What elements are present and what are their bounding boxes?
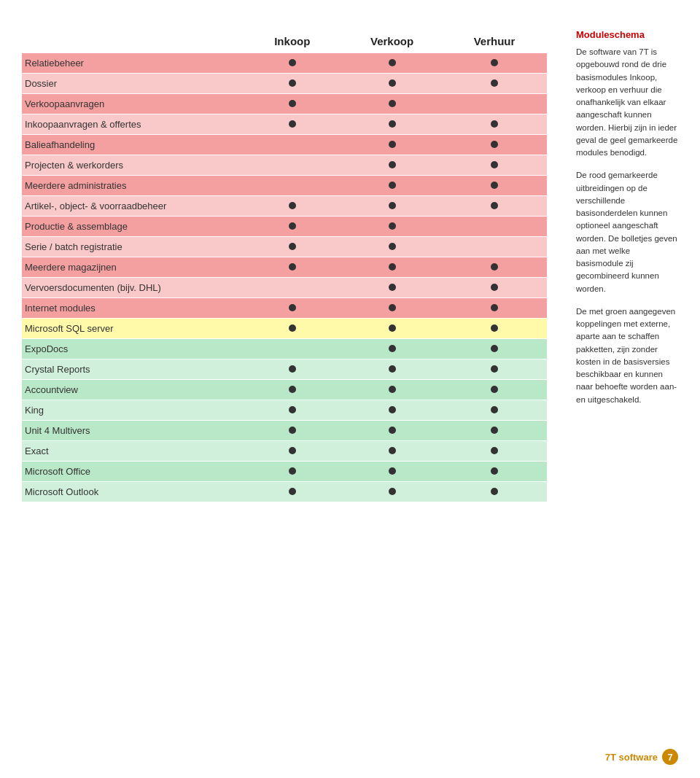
row-label: Meerdere administraties xyxy=(22,176,242,196)
dot-icon xyxy=(389,386,396,393)
table-row: Dossier xyxy=(22,74,547,94)
dot-icon xyxy=(389,120,396,128)
row-verkoop-cell xyxy=(342,339,442,359)
row-inkoop-cell xyxy=(242,319,342,339)
row-label: Dossier xyxy=(22,74,242,94)
row-verhuur-cell xyxy=(442,74,547,94)
table-row: Microsoft Office xyxy=(22,462,547,482)
table-row: Verkoopaanvragen xyxy=(22,94,547,114)
row-verhuur-cell xyxy=(442,278,547,298)
sidebar-title: Moduleschema xyxy=(576,29,678,40)
row-verhuur-cell xyxy=(442,400,547,421)
table-row: Balieafhandeling xyxy=(22,135,547,155)
dot-icon xyxy=(491,120,498,128)
row-label: Accountview xyxy=(22,380,242,400)
row-label: ExpoDocs xyxy=(22,339,242,359)
dot-icon xyxy=(491,365,498,373)
dot-icon xyxy=(491,467,498,475)
row-label: Serie / batch registratie xyxy=(22,237,242,257)
sidebar: Moduleschema De software van 7T is opgeb… xyxy=(569,29,678,502)
row-label: Exact xyxy=(22,441,242,462)
row-inkoop-cell xyxy=(242,74,342,94)
dot-icon xyxy=(389,182,396,189)
row-verkoop-cell xyxy=(342,482,442,502)
page: Inkoop Verkoop Verhuur RelatiebeheerDoss… xyxy=(0,0,700,532)
table-row: Internet modules xyxy=(22,298,547,319)
row-verkoop-cell xyxy=(342,421,442,441)
table-section: Inkoop Verkoop Verhuur RelatiebeheerDoss… xyxy=(22,29,547,502)
row-label: Microsoft Office xyxy=(22,462,242,482)
row-verkoop-cell xyxy=(342,278,442,298)
table-row: Relatiebeheer xyxy=(22,53,547,74)
table-row: Meerdere administraties xyxy=(22,176,547,196)
row-label: Projecten & werkorders xyxy=(22,155,242,176)
table-row: Inkoopaanvragen & offertes xyxy=(22,114,547,135)
dot-icon xyxy=(389,284,396,291)
table-row: Productie & assemblage xyxy=(22,217,547,237)
dot-icon xyxy=(389,427,396,434)
dot-icon xyxy=(389,243,396,250)
row-verkoop-cell xyxy=(342,237,442,257)
row-verkoop-cell xyxy=(342,441,442,462)
row-label: Vervoersdocumenten (bijv. DHL) xyxy=(22,278,242,298)
row-verhuur-cell xyxy=(442,257,547,278)
row-inkoop-cell xyxy=(242,359,342,380)
row-label: Balieafhandeling xyxy=(22,135,242,155)
footer-page-badge: 7 xyxy=(662,749,678,765)
row-verkoop-cell xyxy=(342,94,442,114)
table-row: Exact xyxy=(22,441,547,462)
table-row: Serie / batch registratie xyxy=(22,237,547,257)
row-inkoop-cell xyxy=(242,380,342,400)
row-inkoop-cell xyxy=(242,421,342,441)
col-header-verkoop: Verkoop xyxy=(342,29,442,53)
row-verhuur-cell xyxy=(442,462,547,482)
table-row: Vervoersdocumenten (bijv. DHL) xyxy=(22,278,547,298)
dot-icon xyxy=(389,222,396,230)
dot-icon xyxy=(289,59,296,66)
row-verkoop-cell xyxy=(342,400,442,421)
dot-icon xyxy=(389,304,396,311)
row-label: Internet modules xyxy=(22,298,242,319)
dot-icon xyxy=(491,488,498,495)
row-verhuur-cell xyxy=(442,421,547,441)
row-verkoop-cell xyxy=(342,155,442,176)
module-table: Inkoop Verkoop Verhuur RelatiebeheerDoss… xyxy=(22,29,547,502)
dot-icon xyxy=(491,345,498,352)
row-label: Verkoopaanvragen xyxy=(22,94,242,114)
row-inkoop-cell xyxy=(242,217,342,237)
footer: 7T software 7 xyxy=(605,749,678,765)
dot-icon xyxy=(389,447,396,454)
dot-icon xyxy=(491,182,498,189)
row-label: King xyxy=(22,400,242,421)
dot-icon xyxy=(389,365,396,373)
row-verhuur-cell xyxy=(442,237,547,257)
row-inkoop-cell xyxy=(242,196,342,217)
dot-icon xyxy=(389,488,396,495)
table-row: Projecten & werkorders xyxy=(22,155,547,176)
row-label: Unit 4 Multivers xyxy=(22,421,242,441)
dot-icon xyxy=(491,386,498,393)
row-inkoop-cell xyxy=(242,53,342,74)
dot-icon xyxy=(289,120,296,128)
dot-icon xyxy=(389,161,396,168)
dot-icon xyxy=(289,263,296,271)
dot-icon xyxy=(491,304,498,311)
row-inkoop-cell xyxy=(242,482,342,502)
dot-icon xyxy=(389,345,396,352)
col-header-inkoop: Inkoop xyxy=(242,29,342,53)
table-row: Microsoft Outlook xyxy=(22,482,547,502)
row-label: Productie & assemblage xyxy=(22,217,242,237)
row-label: Meerdere magazijnen xyxy=(22,257,242,278)
dot-icon xyxy=(389,324,396,332)
row-inkoop-cell xyxy=(242,94,342,114)
dot-icon xyxy=(289,243,296,250)
row-label: Inkoopaanvragen & offertes xyxy=(22,114,242,135)
table-row: Unit 4 Multivers xyxy=(22,421,547,441)
sidebar-paragraph1: De software van 7T is opgebouwd rond de … xyxy=(576,46,678,159)
dot-icon xyxy=(491,59,498,66)
dot-icon xyxy=(389,141,396,148)
row-verhuur-cell xyxy=(442,298,547,319)
table-row: Crystal Reports xyxy=(22,359,547,380)
row-verkoop-cell xyxy=(342,74,442,94)
row-verhuur-cell xyxy=(442,176,547,196)
